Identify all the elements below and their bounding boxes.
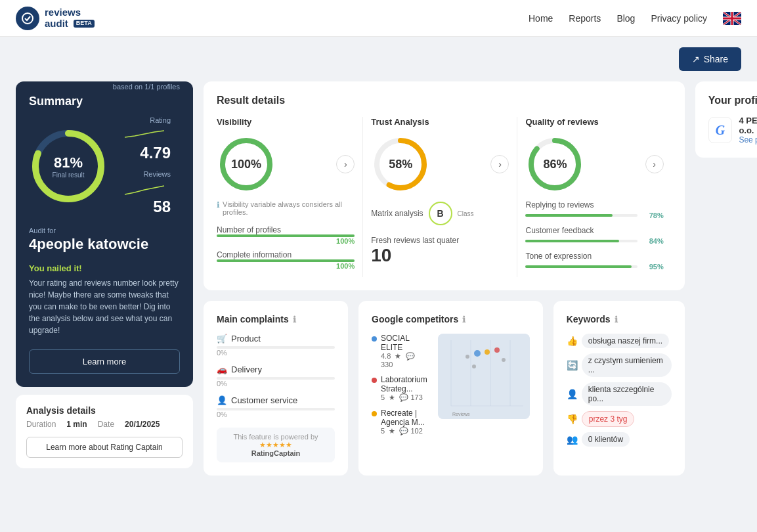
main-row: Summary based on 1/1 profiles 81% Final … (16, 81, 741, 476)
complaint-product: 🛒 Product 0% (217, 334, 335, 357)
google-icon: G (708, 117, 733, 143)
comp-rating-0: 4.8 (381, 352, 391, 360)
share-button[interactable]: ↗ Share (679, 47, 741, 71)
matrix-row: Matrix analysis B Class (371, 202, 509, 225)
product-pct: 0% (217, 349, 335, 357)
center-panel: Result details Visibility 100% (204, 81, 685, 476)
logo-audit-text: audit (45, 18, 68, 30)
nav-home[interactable]: Home (529, 13, 553, 24)
matrix-label: Matrix analysis (371, 209, 423, 218)
rating-reviews-panel: Rating 4.79 Reviews 58 (118, 116, 171, 216)
trust-pct: 58% (389, 158, 412, 171)
comp-reviews-2: 102 (410, 427, 422, 435)
learn-captain-button[interactable]: Learn more about Rating Captain (26, 437, 183, 458)
keyword-tag-3[interactable]: przez 3 tyg (582, 411, 635, 427)
summary-card: Summary based on 1/1 profiles 81% Final … (16, 81, 193, 387)
keyword-icon-2: 👤 (567, 389, 578, 399)
analysis-details-card: Analysis details Duration 1 min Date 20/… (16, 395, 193, 468)
comp-bubble-2: 💬 (399, 427, 408, 435)
visibility-pct: 100% (231, 158, 261, 171)
comp-bubble-1: 💬 (399, 393, 408, 401)
class-letter: B (437, 208, 444, 219)
service-pct: 0% (217, 410, 335, 418)
quality-next-arrow[interactable]: › (645, 155, 664, 173)
complaint-service: 👤 Customer service 0% (217, 395, 335, 418)
keyword-icon-1: 🔄 (567, 360, 578, 370)
nav-links: Home Reports Blog Privacy policy (529, 12, 741, 25)
feedback-fill (525, 240, 619, 242)
keyword-icon-0: 👍 (567, 336, 578, 346)
learn-more-button[interactable]: Learn more (29, 349, 180, 374)
visibility-next-arrow[interactable]: › (336, 155, 355, 173)
comp-reviews-1: 173 (410, 393, 422, 401)
svg-point-18 (485, 349, 490, 355)
quality-heading: Quality of reviews (525, 117, 663, 127)
keyword-tag-2[interactable]: klienta szczególnie po... (582, 382, 672, 406)
keyword-icon-4: 👥 (567, 434, 578, 445)
comp-name-0: SOCIAL ELITE (381, 334, 427, 352)
keyword-tag-1[interactable]: z czystym sumieniem ... (582, 353, 672, 377)
quality-pct: 86% (543, 158, 567, 171)
delivery-icon: 🚗 (217, 365, 227, 374)
analysis-details-title: Analysis details (26, 405, 183, 416)
trust-next-arrow[interactable]: › (490, 155, 509, 173)
num-profiles-metric: Number of profiles (217, 225, 355, 234)
nav-blog[interactable]: Blog (616, 13, 635, 24)
summary-title: Summary (29, 95, 83, 108)
complete-info-pct: 100% (217, 262, 355, 270)
powered-name: RatingCaptain (222, 449, 330, 457)
complaints-info-icon: ℹ (293, 315, 296, 324)
vis-note-icon: ℹ (217, 200, 220, 210)
comp-rating-1: 5 (381, 393, 385, 401)
profile-name-0: 4 PEOPLE Sp. z o.o. (739, 116, 757, 135)
final-pct: 81% (53, 154, 85, 171)
service-text: Customer service (231, 395, 297, 405)
based-on-text: based on 1/1 profiles (113, 83, 180, 91)
comp-name-2: Recreate | Agencja M... (381, 409, 427, 427)
keyword-tag-4[interactable]: 0 klientów (582, 432, 630, 447)
final-label: Final result (53, 171, 85, 179)
keywords-info-icon: ℹ (615, 315, 618, 324)
final-score-circle: 81% Final result (29, 127, 108, 206)
keyword-icon-3: 👎 (567, 414, 578, 424)
duration-label: Duration (26, 420, 56, 429)
svg-point-0 (22, 13, 33, 24)
feedback-label: Customer feedback (525, 226, 663, 235)
powered-by-section: This feature is powered by ★★★★★ RatingC… (217, 428, 335, 462)
comp-dot-0 (372, 336, 377, 342)
analysis-meta: Duration 1 min Date 20/1/2025 (26, 420, 183, 429)
result-metrics: Visibility 100% › (217, 117, 672, 277)
replying-label: Replying to reviews (525, 200, 663, 210)
nav-reports[interactable]: Reports (569, 13, 601, 24)
class-badge: B (429, 202, 452, 225)
comp-bubble-0: 💬 (406, 352, 415, 360)
complaints-title: Main complaints ℹ (217, 314, 335, 324)
logo-reviews-text: reviews (45, 7, 81, 18)
svg-point-19 (465, 355, 469, 359)
tone-item: Tone of expression 95% (525, 252, 663, 271)
language-flag[interactable] (723, 12, 741, 25)
quality-donut: 86% (525, 135, 584, 194)
complaints-title-text: Main complaints (217, 314, 289, 324)
replying-fill (525, 214, 613, 217)
profile-info-0: 4 PEOPLE Sp. z o.o. See profile (739, 116, 757, 144)
share-label: Share (704, 54, 728, 64)
logo: reviews audit BETA (16, 7, 95, 30)
nav-privacy[interactable]: Privacy policy (651, 13, 707, 24)
profiles-card: Your profiles G 4 PEOPLE Sp. z o.o. See … (695, 81, 757, 158)
svg-point-16 (474, 350, 481, 357)
date-label: Date (98, 420, 114, 429)
keyword-tag-0[interactable]: obsługa naszej firm... (582, 334, 669, 348)
class-label: Class (458, 210, 474, 217)
comp-meta-0: 4.8 ★ 💬 330 (381, 352, 427, 368)
profile-item-0: G 4 PEOPLE Sp. z o.o. See profile (708, 116, 757, 144)
comp-meta-1: 5 ★ 💬 173 (381, 393, 427, 402)
complaint-product-label: 🛒 Product (217, 334, 335, 344)
see-profile-link-0[interactable]: See profile (739, 135, 757, 144)
visibility-col: Visibility 100% › (217, 117, 363, 277)
product-icon: 🛒 (217, 334, 227, 344)
comp-name-1: Laboratorium Strateg... (381, 375, 427, 393)
keyword-4: 👥 0 klientów (567, 432, 672, 447)
audit-name: 4people katowcie (29, 236, 180, 253)
logo-icon (16, 7, 39, 30)
